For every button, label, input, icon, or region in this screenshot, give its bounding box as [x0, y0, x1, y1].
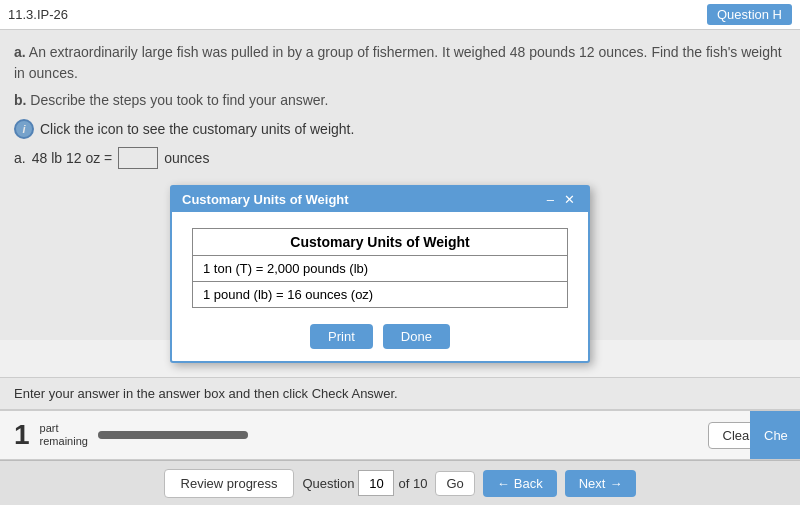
- review-progress-button[interactable]: Review progress: [164, 469, 295, 498]
- customary-units-modal: Customary Units of Weight – ✕ Customary …: [170, 185, 590, 363]
- modal-header: Customary Units of Weight – ✕: [172, 187, 588, 212]
- main-content: a. An extraordinarily large fish was pul…: [0, 30, 800, 340]
- info-bar: Enter your answer in the answer box and …: [0, 377, 800, 410]
- progress-bar: [98, 431, 248, 439]
- done-button[interactable]: Done: [383, 324, 450, 349]
- of-total-label: of 10: [398, 476, 427, 491]
- table-row-1: 1 ton (T) = 2,000 pounds (lb): [193, 256, 568, 282]
- top-bar: 11.3.IP-26 Question H: [0, 0, 800, 30]
- print-button[interactable]: Print: [310, 324, 373, 349]
- question-number-input[interactable]: [358, 470, 394, 496]
- progress-bar-fill: [98, 431, 248, 439]
- next-arrow-icon: [609, 476, 622, 491]
- modal-body: Customary Units of Weight 1 ton (T) = 2,…: [172, 212, 588, 361]
- part-number: 1: [14, 421, 30, 449]
- modal-buttons: Print Done: [192, 324, 568, 349]
- back-button[interactable]: Back: [483, 470, 557, 497]
- back-label: Back: [514, 476, 543, 491]
- page-title: 11.3.IP-26: [8, 7, 68, 22]
- check-answer-button[interactable]: Che: [750, 411, 800, 459]
- table-row: 1 pound (lb) = 16 ounces (oz): [193, 282, 568, 308]
- answer-bar: 1 part remaining Clear All Che: [0, 410, 800, 460]
- next-label: Next: [579, 476, 606, 491]
- question-nav-label: Question: [302, 476, 354, 491]
- table-row-2: 1 pound (lb) = 16 ounces (oz): [193, 282, 568, 308]
- bottom-nav: Review progress Question of 10 Go Back N…: [0, 460, 800, 505]
- modal-title: Customary Units of Weight: [182, 192, 349, 207]
- question-nav: Question of 10: [302, 470, 427, 496]
- info-bar-text: Enter your answer in the answer box and …: [14, 386, 398, 401]
- table-row: 1 ton (T) = 2,000 pounds (lb): [193, 256, 568, 282]
- question-button[interactable]: Question H: [707, 4, 792, 25]
- table-header: Customary Units of Weight: [193, 229, 568, 256]
- modal-controls: – ✕: [544, 192, 578, 207]
- part-label: part remaining: [40, 422, 88, 448]
- weight-table: Customary Units of Weight 1 ton (T) = 2,…: [192, 228, 568, 308]
- go-button[interactable]: Go: [435, 471, 474, 496]
- next-button[interactable]: Next: [565, 470, 637, 497]
- modal-minimize-button[interactable]: –: [544, 192, 557, 207]
- back-arrow-icon: [497, 476, 510, 491]
- modal-close-button[interactable]: ✕: [561, 192, 578, 207]
